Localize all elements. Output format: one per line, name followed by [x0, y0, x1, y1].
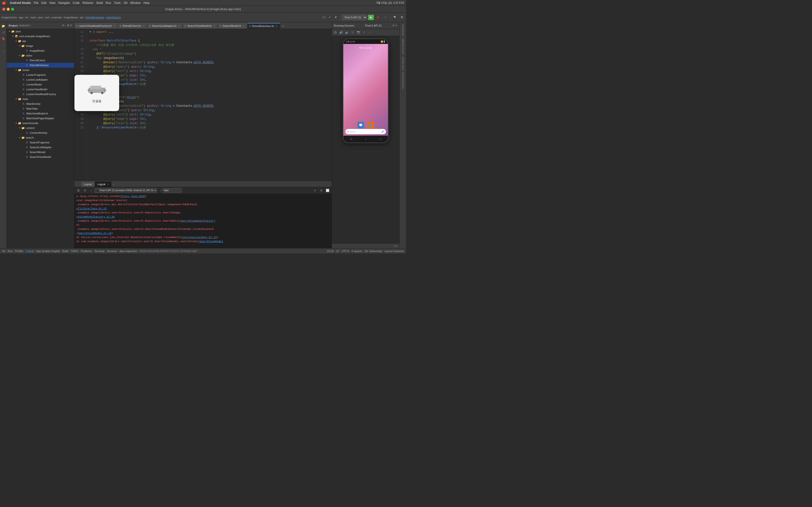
panel-sync-icon[interactable]: ⟳ [62, 24, 64, 27]
log-link-ofitinterface[interactable]: ofitInterface.kt:15 [77, 207, 107, 210]
tree-node-searchlistadapter[interactable]: K SearchListAdapter [7, 145, 74, 150]
menu-view[interactable]: View [49, 1, 56, 5]
recents-nav-icon[interactable]: □ [379, 137, 382, 141]
filter-input[interactable] [162, 188, 182, 193]
tree-node-mainviewmodel[interactable]: K MainViewModel.kt [7, 111, 74, 116]
panel-settings-icon[interactable]: ⚙ [67, 24, 69, 27]
device-panel-settings[interactable]: ⚙ [392, 24, 395, 27]
tab-close-3[interactable]: × [177, 24, 181, 27]
expand-arrow-video[interactable]: ▼ [18, 54, 21, 57]
phone-search-bar[interactable]: G search 🎤 [345, 129, 386, 134]
zoom-in-button[interactable]: + [362, 30, 367, 35]
tree-node-searchresults[interactable]: ▼ 📂 searchresults [7, 121, 74, 125]
log-link-continuationimpl[interactable]: ContinuationImpl.kt:33 [182, 236, 217, 239]
apple-menu[interactable]: 🍎 [2, 1, 6, 5]
stop-button[interactable]: ⬛ [382, 14, 388, 20]
debug-button[interactable]: 🐞 [375, 14, 381, 20]
device-select-dropdown[interactable]: 📱 Pixel 5 API 31 (emulator-5556) Android… [95, 188, 157, 193]
git-checkmark[interactable]: ✓ [327, 14, 332, 20]
menu-tools[interactable]: Tools [114, 1, 121, 5]
minimize-button[interactable] [7, 8, 10, 11]
panel-dropdown[interactable]: Android ▾ [19, 24, 30, 27]
expand-arrow-locker[interactable]: ▼ [14, 68, 18, 72]
search-everywhere-button[interactable]: 🔍 [392, 14, 398, 20]
volume-up-button[interactable]: 🔊 [339, 30, 343, 35]
tab-searchviewmodel[interactable]: K SearchViewModel.kt × [183, 23, 218, 29]
settings-log-button[interactable]: ⚙ [318, 188, 324, 193]
tree-node-video[interactable]: ▼ 📂 video [7, 53, 74, 58]
tab-searchmodel[interactable]: K SearchModel.kt × [218, 23, 248, 29]
menu-git[interactable]: Git [124, 1, 128, 5]
tree-node-maintabs[interactable]: K MainTabs [7, 106, 74, 111]
build-variants-label[interactable]: Build Variants [402, 56, 404, 71]
app-icon-messages[interactable]: 💬 [357, 122, 364, 128]
tree-node-search-folder[interactable]: ▼ 📂 search [7, 135, 74, 140]
maximize-button[interactable] [11, 8, 14, 11]
notifications-label[interactable]: Notifications [402, 23, 404, 37]
expand-arrow-searchresults[interactable]: ▼ [14, 121, 18, 125]
fold-indicator[interactable]: ▼ 3 [89, 30, 95, 34]
log-link-proxy[interactable]: Proxy.java:1886 [121, 195, 145, 198]
log-link-searchviewmodel2[interactable]: SearchViewModel [199, 240, 223, 243]
tree-node-contentactivity[interactable]: K ContentActivity [7, 130, 74, 135]
tab-close-6[interactable]: × [275, 24, 278, 27]
status-services[interactable]: Services [107, 249, 117, 252]
menu-run[interactable]: Run [106, 1, 111, 5]
code-content[interactable]: ▼ 3 import ... interface RetrofitInterfa… [87, 29, 332, 181]
menu-code[interactable]: Code [73, 1, 80, 5]
status-build[interactable]: Build [62, 249, 68, 252]
tree-node-mainactivity[interactable]: K MainActivity [7, 101, 74, 106]
pause-button[interactable]: ⏸ [82, 188, 88, 193]
bottom-tab-logcat-title[interactable]: Logcat: [81, 181, 95, 187]
bc-api[interactable]: api [80, 16, 84, 19]
expand-arrow-api[interactable]: ▼ [14, 39, 18, 43]
tab-searchviewmodelfactory[interactable]: K searchViewModelFactory.kt × [74, 23, 118, 29]
status-run[interactable]: Run [8, 249, 12, 252]
bc-src[interactable]: src [25, 16, 29, 19]
device-selector[interactable]: Pixel 5 API 31 [342, 15, 367, 20]
bc-java[interactable]: java [38, 16, 43, 19]
settings-button[interactable]: ⚙ [399, 14, 405, 20]
structure-icon[interactable]: ⎇ [0, 30, 6, 35]
running-devices-label[interactable]: Running Devices [402, 71, 404, 90]
tree-node-content[interactable]: ▼ 📂 content [7, 125, 74, 130]
rotate-button[interactable]: ↻ [350, 30, 355, 35]
log-link-searchviewmodelfactory[interactable]: SearchViewModelFactory [180, 219, 215, 222]
expand-arrow-java[interactable]: ▼ [8, 30, 11, 33]
log-link-searchviewmodel[interactable]: SearchViewModel.kt:19 [78, 232, 112, 235]
status-branch[interactable]: Git: feature/api [365, 249, 382, 252]
tree-node-main[interactable]: ▼ 📂 main [7, 97, 74, 101]
tree-node-searchviewmodel[interactable]: K SearchViewModel [7, 155, 74, 159]
menu-file[interactable]: File [34, 1, 39, 5]
git-x[interactable]: ✗ [333, 14, 338, 20]
menu-refactor[interactable]: Refactor [83, 1, 94, 5]
git-icon[interactable]: ↑ [0, 42, 6, 48]
bc-com[interactable]: com [45, 16, 50, 19]
tab-retrofitinterface[interactable]: K RetrofitInterface.kt × [248, 23, 280, 29]
screenshot-button[interactable]: 📷 [356, 30, 361, 35]
tree-node-mainviewpageradapter[interactable]: K MainViewPagerAdapter [7, 116, 74, 121]
status-lf[interactable]: LF [336, 249, 339, 252]
tree-node-lockerlistadapter[interactable]: K LockerListAdapter [7, 77, 74, 82]
tree-node-lockerviewmodelfactory[interactable]: K LockerViewModelFactory [7, 92, 74, 97]
menu-help[interactable]: Help [144, 1, 150, 5]
bc-main[interactable]: main [31, 16, 36, 19]
menu-window[interactable]: Window [130, 1, 141, 5]
tree-node-retrofitclient[interactable]: K RetrofitClient [7, 58, 74, 63]
tab-searchlistadapter[interactable]: K SearchListAdapter.kt × [147, 23, 183, 29]
close-button[interactable] [2, 8, 5, 11]
run-button[interactable]: ▶ [368, 15, 374, 20]
back-nav-icon[interactable]: ◁ [350, 137, 352, 141]
tree-node-image[interactable]: ▼ 📂 image [7, 44, 74, 48]
tree-node-package[interactable]: ▼ 📦 com.example.imagelibrary [7, 34, 74, 39]
bc-retrofitinterface[interactable]: RetrofitInterface [85, 16, 104, 19]
device-manager-label[interactable]: Device Manager [402, 38, 404, 55]
status-profiler[interactable]: Profiler [15, 249, 23, 252]
status-terminal[interactable]: Terminal [94, 249, 104, 252]
home-nav-icon[interactable]: ○ [365, 137, 367, 141]
bc-videosearch[interactable]: videoSearch [106, 16, 121, 19]
menu-edit[interactable]: Edit [41, 1, 46, 5]
panel-close-icon[interactable]: ✕ [70, 24, 72, 27]
project-icon[interactable]: 📁 [0, 23, 6, 29]
tree-node-java[interactable]: ▼ 📂 java [7, 29, 74, 34]
